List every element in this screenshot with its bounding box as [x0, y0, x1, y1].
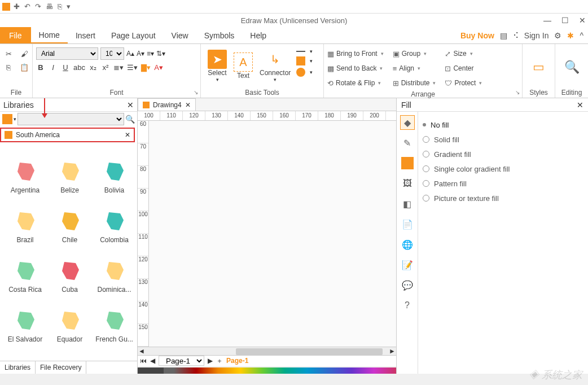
card-icon[interactable]: ▤ [500, 31, 507, 40]
group-button[interactable]: ▣Group▾ [393, 47, 436, 60]
library-shape[interactable]: El Salvador [3, 295, 47, 343]
gear-icon[interactable]: ⚙ [554, 31, 561, 40]
library-shape[interactable]: Guyana [48, 344, 91, 361]
superscript-icon[interactable]: x² [101, 63, 110, 72]
page-prev-icon[interactable]: ◀ [150, 357, 155, 365]
font-dialog-icon[interactable]: ↘ [194, 89, 198, 95]
add-page-icon[interactable]: ＋ [216, 356, 223, 366]
close-icon[interactable]: ✕ [579, 16, 586, 25]
send-to-back[interactable]: ▩Send to Back▾ [327, 62, 384, 75]
italic-icon[interactable]: I [49, 63, 58, 72]
distribute-button[interactable]: ⊞Distribute▾ [393, 77, 436, 89]
minimize-icon[interactable]: — [543, 16, 551, 25]
collapse-ribbon-icon[interactable]: ^ [580, 31, 583, 40]
library-shape[interactable]: Equador [48, 295, 91, 343]
qat-redo-icon[interactable]: ↷ [35, 2, 41, 11]
menu-insert[interactable]: Insert [68, 27, 103, 43]
fontcolor-icon[interactable]: A▾ [154, 63, 163, 72]
footer-tab-recovery[interactable]: File Recovery [36, 361, 86, 374]
horizontal-scrollbar[interactable]: ◄ ► [138, 347, 396, 355]
library-shape[interactable]: Belize [48, 146, 91, 194]
page-tab-icon[interactable]: 📄 [400, 217, 415, 231]
line-tab-icon[interactable]: ✎ [400, 135, 415, 150]
rect-shape-icon[interactable] [296, 56, 305, 65]
library-category-close-icon[interactable]: ✕ [125, 131, 130, 139]
font-name-select[interactable]: Arial [36, 47, 98, 60]
arrange-dialog-icon[interactable]: ↘ [515, 89, 520, 95]
line-dd-icon[interactable]: ▾ [310, 49, 313, 54]
highlight-icon[interactable]: ▇▾ [141, 63, 151, 72]
strike-icon[interactable]: abc [73, 63, 85, 72]
bullets-icon[interactable]: ≣▾ [113, 63, 124, 72]
menu-home[interactable]: Home [31, 27, 68, 43]
align-button[interactable]: ≡Align▾ [393, 62, 436, 75]
fill-option[interactable]: Picture or texture fill [423, 191, 583, 205]
sign-in-link[interactable]: Sign In [524, 31, 549, 40]
library-shape[interactable]: Guatemala [3, 344, 47, 361]
ellipse-dd-icon[interactable]: ▾ [310, 69, 313, 75]
share-icon[interactable]: ⠪ [513, 31, 519, 40]
comment-tab-icon[interactable]: 💬 [400, 278, 415, 292]
brush-icon[interactable]: 🖌 [19, 49, 29, 59]
shrink-font-icon[interactable]: A▾ [137, 50, 144, 58]
rotate-flip[interactable]: ⟲Rotate & Flip▾ [327, 77, 384, 89]
search-icon[interactable]: 🔍 [125, 115, 135, 124]
maximize-icon[interactable]: ☐ [561, 16, 569, 25]
line-shape-icon[interactable] [296, 51, 305, 52]
copy-icon[interactable]: ⎘ [3, 62, 14, 72]
library-shape[interactable]: Colombia [93, 195, 136, 244]
globe-tab-icon[interactable]: 🌐 [400, 237, 415, 252]
menu-page-layout[interactable]: Page Layout [103, 27, 164, 43]
menu-help[interactable]: Help [242, 27, 274, 43]
library-shape[interactable]: Costa Rica [3, 245, 47, 294]
bring-to-front[interactable]: ▦Bring to Front▾ [327, 47, 384, 60]
center-button[interactable]: ⊡Center [445, 62, 482, 75]
qat-print-icon[interactable]: 🖶 [46, 2, 53, 11]
fill-option[interactable]: Solid fill [423, 132, 583, 147]
qat-undo-icon[interactable]: ↶ [24, 2, 30, 11]
fill-option[interactable]: No fill [423, 117, 583, 132]
library-category-tab[interactable]: South America ✕ [0, 128, 135, 142]
page-select[interactable]: Page-1 [159, 356, 204, 366]
text-tool[interactable]: AText [230, 46, 256, 86]
styles-icon[interactable]: ▭ [533, 60, 545, 75]
file-menu[interactable]: File [0, 27, 31, 43]
help-tab-icon[interactable]: ? [400, 298, 415, 313]
fill-option[interactable]: Gradient fill [423, 147, 583, 161]
doc-tab-close-icon[interactable]: ✕ [185, 101, 191, 109]
library-category-select[interactable] [17, 113, 124, 125]
buy-now-link[interactable]: Buy Now [460, 31, 494, 40]
font-size-select[interactable]: 10 [100, 47, 124, 60]
connector-tool[interactable]: ↳Connector▾ [256, 46, 294, 86]
qat-save-icon[interactable]: ✚ [14, 2, 20, 11]
library-shape[interactable]: Dominica... [93, 245, 136, 294]
text-tab-icon[interactable]: 📝 [400, 257, 415, 272]
paste-icon[interactable]: 📋 [19, 62, 29, 72]
fill-option[interactable]: Single color gradient fill [423, 161, 583, 176]
library-shape[interactable]: Haiti [93, 344, 136, 361]
color-palette-strip[interactable] [138, 368, 396, 374]
qat-more-icon[interactable]: ▾ [67, 2, 71, 11]
libraries-close-icon[interactable]: ✕ [127, 100, 134, 110]
page-label[interactable]: Page-1 [226, 357, 248, 365]
menu-symbols[interactable]: Symbols [196, 27, 243, 43]
select-tool[interactable]: ➤Select▾ [204, 46, 230, 86]
shadow-tab-icon[interactable]: ◧ [400, 196, 415, 211]
editing-icon[interactable]: 🔍 [564, 60, 580, 75]
page-first-icon[interactable]: ⏮ [140, 357, 147, 365]
align-icon[interactable]: ≡▾ [147, 50, 154, 58]
grow-font-icon[interactable]: A▴ [126, 50, 134, 58]
color-swatch-icon[interactable] [400, 156, 415, 170]
spacing-icon[interactable]: ⇅▾ [156, 50, 165, 58]
library-shape[interactable]: Argentina [3, 146, 47, 194]
page-next-icon[interactable]: ▶ [208, 357, 213, 365]
library-shape[interactable]: Cuba [48, 245, 91, 294]
bold-icon[interactable]: B [36, 63, 45, 72]
menu-view[interactable]: View [164, 27, 196, 43]
size-button[interactable]: ⤢Size▾ [445, 47, 482, 60]
list-icon[interactable]: ☰▾ [127, 63, 138, 72]
rect-dd-icon[interactable]: ▾ [310, 58, 313, 64]
library-shape[interactable]: French Gu... [93, 295, 136, 343]
picture-tab-icon[interactable]: 🖼 [400, 176, 415, 191]
qat-copy-icon[interactable]: ⎘ [58, 2, 62, 11]
